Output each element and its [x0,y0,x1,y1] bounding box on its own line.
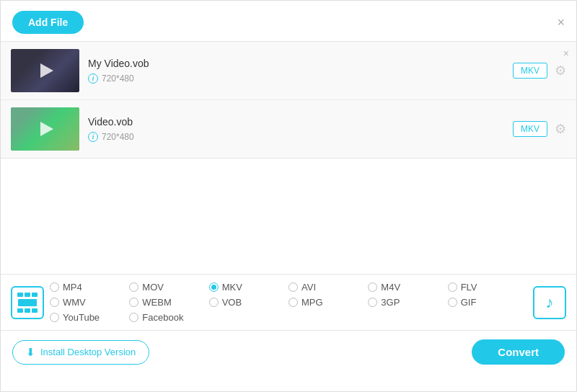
radio-mp4[interactable] [50,282,59,292]
format-label-mkv: MKV [222,282,242,293]
format-option-youtube[interactable]: YouTube [50,312,129,323]
install-label: Install Desktop Version [40,347,136,357]
format-label-vob: VOB [222,297,242,308]
radio-webm[interactable] [129,298,138,307]
file-meta-2: i 720*480 [88,132,504,142]
file-actions-2: MKV ⚙ [513,121,566,137]
radio-vob[interactable] [209,298,219,307]
format-label-avi: AVI [301,282,316,293]
format-option-facebook[interactable]: Facebook [129,312,208,323]
video-icon-box[interactable] [11,286,44,319]
film-icon [17,293,38,313]
resolution-1: 720*480 [102,74,134,84]
format-label-facebook: Facebook [142,312,183,323]
radio-mpg[interactable] [288,298,298,307]
info-icon-1[interactable]: i [88,74,98,84]
footer: ⬇ Install Desktop Version Convert [1,331,576,373]
item-close-1[interactable]: × [563,48,569,59]
file-item-1: My Video.vob i 720*480 MKV ⚙ × [1,42,576,100]
format-option-avi[interactable]: AVI [288,282,368,293]
radio-mov[interactable] [129,282,138,292]
format-option-mpg[interactable]: MPG [288,297,368,308]
resolution-2: 720*480 [102,132,134,142]
format-option-webm[interactable]: WEBM [129,297,208,308]
thumbnail-1[interactable] [11,49,79,92]
file-info-2: Video.vob i 720*480 [79,116,513,142]
radio-wmv[interactable] [50,298,59,307]
radio-flv[interactable] [448,282,457,292]
radio-m4v[interactable] [368,282,377,292]
format-label-wmv: WMV [63,297,86,308]
convert-button[interactable]: Convert [472,339,565,365]
file-list: My Video.vob i 720*480 MKV ⚙ × Video.vob… [1,41,576,159]
file-meta-1: i 720*480 [88,74,504,84]
empty-area [1,159,576,274]
radio-facebook[interactable] [129,313,138,322]
play-button-2[interactable] [40,122,53,136]
install-desktop-button[interactable]: ⬇ Install Desktop Version [12,340,149,365]
music-icon-box[interactable]: ♪ [533,286,566,319]
file-name-2: Video.vob [88,116,504,128]
radio-avi[interactable] [288,282,298,292]
format-option-vob[interactable]: VOB [209,297,288,308]
format-badge-2[interactable]: MKV [513,121,547,137]
info-icon-2[interactable]: i [88,132,98,142]
format-label-webm: WEBM [142,297,171,308]
format-option-mp4[interactable]: MP4 [50,282,129,293]
close-icon[interactable]: × [557,16,565,29]
thumbnail-2[interactable] [11,107,79,151]
settings-icon-2[interactable]: ⚙ [555,121,566,137]
format-label-youtube: YouTube [63,312,100,323]
format-option-mov[interactable]: MOV [129,282,208,293]
format-option-3gp[interactable]: 3GP [368,297,447,308]
file-item-2: Video.vob i 720*480 MKV ⚙ [1,100,576,158]
format-option-mkv[interactable]: MKV [209,282,288,293]
format-label-gif: GIF [461,297,477,308]
download-arrow-icon: ⬇ [26,346,35,359]
radio-youtube[interactable] [50,313,59,322]
add-file-button[interactable]: Add File [12,11,84,34]
format-label-mpg: MPG [301,297,323,308]
format-option-gif[interactable]: GIF [448,297,527,308]
music-icon: ♪ [546,293,554,312]
file-info-1: My Video.vob i 720*480 [79,58,513,84]
format-label-mp4: MP4 [63,282,82,293]
file-name-1: My Video.vob [88,58,504,69]
format-label-3gp: 3GP [381,297,400,308]
format-label-m4v: M4V [381,282,400,293]
format-label-mov: MOV [142,282,164,293]
format-options: MP4MOVMKVAVIM4VFLVWMVWEBMVOBMPG3GPGIFYou… [50,282,527,323]
radio-gif[interactable] [448,298,457,307]
format-label-flv: FLV [461,282,477,293]
play-button-1[interactable] [40,63,53,78]
radio-mkv[interactable] [209,282,219,292]
format-badge-1[interactable]: MKV [513,63,547,79]
radio-3gp[interactable] [368,298,377,307]
format-option-m4v[interactable]: M4V [368,282,447,293]
format-option-wmv[interactable]: WMV [50,297,129,308]
header: Add File × [1,1,576,41]
format-option-flv[interactable]: FLV [448,282,527,293]
file-actions-1: MKV ⚙ [513,63,566,79]
format-bar: MP4MOVMKVAVIM4VFLVWMVWEBMVOBMPG3GPGIFYou… [1,274,576,331]
settings-icon-1[interactable]: ⚙ [555,63,566,79]
